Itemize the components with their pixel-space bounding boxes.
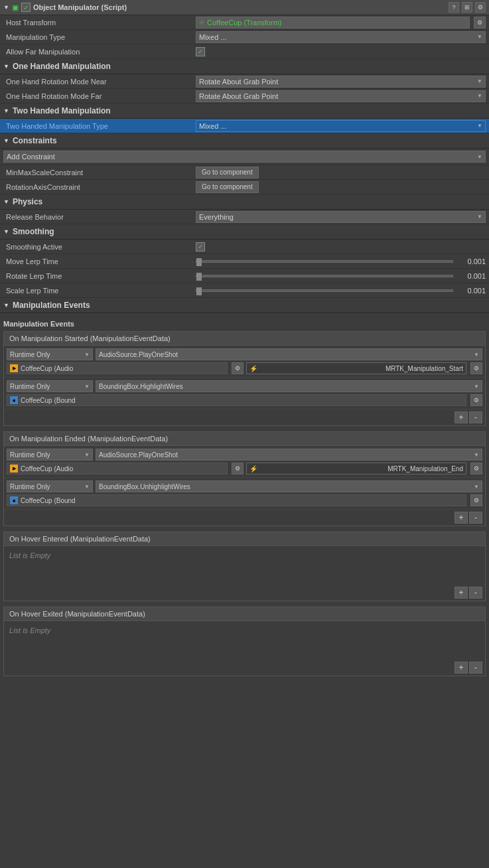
host-transform-label: Host Transform (3, 19, 196, 27)
smoothing-section[interactable]: ▼ Smoothing (0, 224, 489, 240)
on-hover-entered-add-btn[interactable]: + (454, 587, 468, 599)
move-lerp-value: 0.001 (196, 257, 486, 265)
on-started-entry1-func-text: AudioSource.PlayOneShot (99, 351, 178, 358)
manipulation-events-section[interactable]: ▼ Manipulation Events (0, 298, 489, 313)
enabled-checkbox[interactable] (21, 3, 31, 12)
two-handed-type-arrow: ▼ (477, 123, 482, 129)
on-ended-entry1-dropdown-text: Runtime Only (10, 451, 50, 459)
on-started-entry1-object-text: CoffeeCup (Audio (21, 365, 73, 372)
on-started-entry1-dropdown[interactable]: Runtime Only ▼ (7, 348, 93, 360)
manipulation-type-dropdown[interactable]: Mixed ... ▼ (196, 31, 486, 43)
move-lerp-track[interactable] (196, 260, 453, 263)
minmax-row: MinMaxScaleConstraint Go to component (0, 165, 489, 180)
rotate-lerp-thumb[interactable] (196, 273, 202, 281)
preset-icon[interactable]: ⊞ (462, 2, 472, 13)
on-started-entry1-method[interactable]: ⚡ MRTK_Manipulation_Start (246, 362, 467, 374)
on-ended-entry2-dropdown[interactable]: Runtime Only ▼ (7, 480, 93, 492)
on-started-entry2-object[interactable]: ■ CoffeeCup (Bound (7, 394, 466, 406)
move-lerp-number: 0.001 (456, 257, 486, 265)
smoothing-active-checkbox[interactable] (196, 242, 205, 252)
help-icon[interactable]: ? (449, 2, 459, 13)
on-started-header: On Manipulation Started (ManipulationEve… (4, 332, 485, 346)
allow-far-checkbox[interactable] (196, 47, 205, 56)
fold-arrow[interactable]: ▼ (3, 4, 9, 11)
on-ended-entry2-gear[interactable]: ⚙ (470, 494, 482, 506)
on-hover-entered-spacer (4, 565, 485, 585)
scale-lerp-label: Scale Lerp Time (3, 287, 196, 295)
physics-section[interactable]: ▼ Physics (0, 194, 489, 210)
scale-lerp-number: 0.001 (456, 287, 486, 295)
two-handed-section[interactable]: ▼ Two Handed Manipulation (0, 104, 489, 119)
on-hover-entered-header: On Hover Entered (ManipulationEventData) (4, 532, 485, 546)
manipulation-type-text: Mixed ... (199, 33, 227, 41)
smoothing-label: Smoothing (13, 227, 54, 236)
on-hover-entered-remove-btn[interactable]: - (469, 587, 482, 599)
rotation-axis-value: Go to component (196, 181, 486, 193)
rotate-lerp-track[interactable] (196, 275, 453, 277)
on-ended-entry2-func-arrow: ▼ (474, 484, 479, 490)
add-constraint-row: Add Constraint ▼ (0, 149, 489, 165)
on-started-entry1-method-gear[interactable]: ⚙ (470, 362, 482, 374)
manipulation-events-sublabel: Manipulation Events (3, 320, 74, 328)
on-started-entry2-gear[interactable]: ⚙ (470, 394, 482, 406)
on-ended-entry1-func[interactable]: AudioSource.PlayOneShot ▼ (96, 449, 482, 461)
on-ended-entry1-object[interactable]: ▶ CoffeeCup (Audio (7, 463, 228, 474)
on-hover-exited-block: On Hover Exited (ManipulationEventData) … (3, 607, 486, 676)
near-rotation-dropdown[interactable]: Rotate About Grab Point ▼ (196, 76, 486, 88)
checkbox-enabled[interactable] (21, 3, 31, 12)
on-ended-entry2-object[interactable]: ■ CoffeeCup (Bound (7, 494, 466, 506)
rotation-axis-go-to-btn[interactable]: Go to component (196, 181, 259, 193)
on-started-entry1-gear[interactable]: ⚙ (232, 362, 244, 374)
move-lerp-thumb[interactable] (196, 258, 202, 266)
constraints-section[interactable]: ▼ Constraints (0, 133, 489, 149)
near-rotation-label: One Hand Rotation Mode Near (3, 78, 196, 86)
on-ended-entry1-gear[interactable]: ⚙ (232, 463, 244, 474)
on-ended-add-remove: + - (4, 510, 485, 526)
on-ended-add-btn[interactable]: + (454, 512, 468, 524)
on-started-add-btn[interactable]: + (454, 411, 468, 423)
on-started-entry2-func-text: BoundingBox.HighlightWires (99, 383, 183, 390)
on-started-entry1-dropdown-text: Runtime Only (10, 351, 50, 358)
on-ended-entry2-func[interactable]: BoundingBox.UnhighlightWires ▼ (96, 480, 482, 492)
two-handed-type-text: Mixed ... (199, 122, 227, 130)
on-started-entry2-func-arrow: ▼ (474, 384, 479, 390)
rotate-lerp-slider-row: 0.001 (196, 272, 486, 280)
on-started-remove-btn[interactable]: - (469, 411, 482, 423)
release-behavior-dropdown[interactable]: Everything ▼ (196, 211, 486, 223)
on-hover-entered-block: On Hover Entered (ManipulationEventData)… (3, 532, 486, 601)
scale-lerp-thumb[interactable] (196, 287, 202, 295)
two-handed-label: Two Handed Manipulation (13, 106, 111, 115)
allow-far-label: Allow Far Manipulation (3, 48, 196, 56)
settings-icon[interactable]: ⚙ (475, 2, 486, 13)
on-ended-entry1-method[interactable]: ⚡ MRTK_Manipulation_End (246, 463, 467, 474)
add-constraint-text: Add Constraint (7, 153, 55, 161)
far-rotation-dropdown[interactable]: Rotate About Grab Point ▼ (196, 90, 486, 102)
on-started-entry2-func[interactable]: BoundingBox.HighlightWires ▼ (96, 380, 482, 392)
on-started-entry2-bottom: ■ CoffeeCup (Bound ⚙ (7, 394, 482, 406)
on-started-entry1-object[interactable]: ▶ CoffeeCup (Audio (7, 362, 228, 374)
move-lerp-slider-row: 0.001 (196, 257, 486, 265)
scale-lerp-track[interactable] (196, 289, 453, 292)
one-handed-section[interactable]: ▼ One Handed Manipulation (0, 59, 489, 74)
on-started-entry1-func[interactable]: AudioSource.PlayOneShot ▼ (96, 348, 482, 360)
on-started-entry1: Runtime Only ▼ AudioSource.PlayOneShot ▼… (4, 346, 485, 378)
add-constraint-dropdown[interactable]: Add Constraint ▼ (3, 151, 486, 163)
two-handed-type-dropdown[interactable]: Mixed ... ▼ (196, 120, 486, 132)
on-started-entry2-dropdown-arrow: ▼ (84, 384, 90, 390)
minmax-go-to-btn[interactable]: Go to component (196, 167, 259, 179)
on-ended-entry1-object-text: CoffeeCup (Audio (21, 465, 73, 472)
host-transform-field[interactable]: ⊹ CoffeeCup (Transform) (196, 17, 470, 29)
on-ended-remove-btn[interactable]: - (469, 512, 482, 524)
on-started-entry2-dropdown[interactable]: Runtime Only ▼ (7, 380, 93, 392)
on-hover-exited-add-btn[interactable]: + (454, 662, 468, 674)
on-hover-exited-remove-btn[interactable]: - (469, 662, 482, 674)
constraints-label: Constraints (13, 136, 57, 145)
on-ended-entry1-dropdown[interactable]: Runtime Only ▼ (7, 449, 93, 461)
on-ended-entry1-bottom: ▶ CoffeeCup (Audio ⚙ ⚡ MRTK_Manipulation… (7, 463, 482, 474)
on-ended-entry2-dropdown-arrow: ▼ (84, 484, 90, 490)
on-hover-exited-add-remove: + - (4, 660, 485, 676)
on-ended-entry2-func-text: BoundingBox.UnhighlightWires (99, 483, 190, 490)
host-transform-gear[interactable]: ⚙ (474, 17, 486, 29)
on-hover-entered-header-text: On Hover Entered (ManipulationEventData) (9, 535, 151, 543)
on-ended-entry1-method-gear[interactable]: ⚙ (470, 463, 482, 474)
